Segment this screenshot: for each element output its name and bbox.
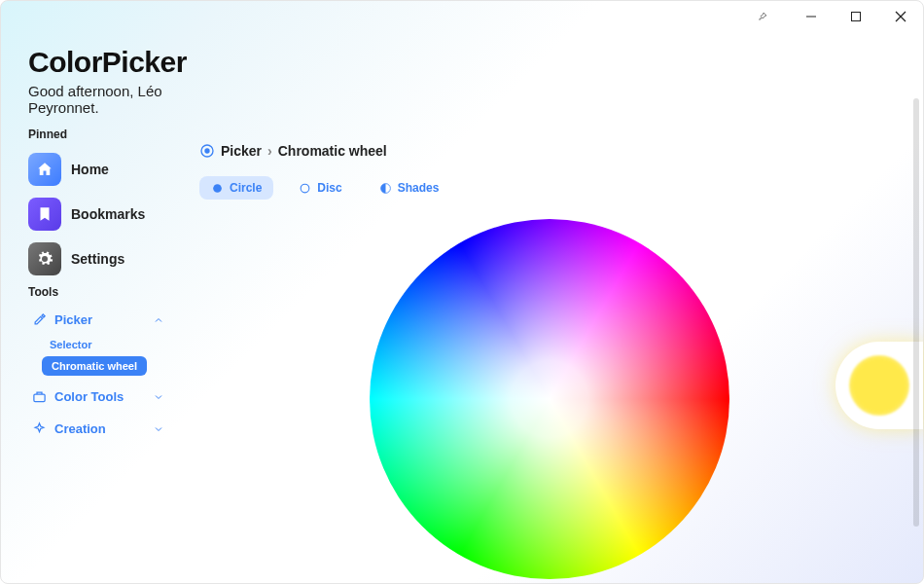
tool-group-creation: Creation — [28, 416, 168, 442]
sidebar-item-settings[interactable]: Settings — [28, 238, 168, 279]
home-icon — [28, 153, 61, 186]
close-icon — [895, 11, 906, 22]
tool-group-picker: Picker Selector Chromatic wheel — [28, 307, 168, 378]
tool-picker-subitems: Selector Chromatic wheel — [28, 335, 168, 378]
sidebar-item-home[interactable]: Home — [28, 149, 168, 190]
tool-label: Color Tools — [54, 389, 145, 404]
content-area: Picker › Chromatic wheel Circle Disc Sha… — [176, 30, 923, 583]
sidebar-item-bookmarks[interactable]: Bookmarks — [28, 194, 168, 235]
pin-icon — [757, 11, 768, 22]
wheel-mode-tabs: Circle Disc Shades — [199, 176, 900, 200]
svg-point-6 — [204, 148, 209, 153]
sidebar: ColorPicker Good afternoon, Léo Peyronne… — [1, 30, 176, 583]
tool-sub-chromatic-wheel[interactable]: Chromatic wheel — [42, 356, 147, 376]
sidebar-item-label: Home — [71, 162, 109, 177]
main-layout: ColorPicker Good afternoon, Léo Peyronne… — [1, 1, 923, 583]
tab-label: Circle — [230, 181, 262, 195]
tools-section-label: Tools — [28, 285, 168, 299]
breadcrumb-root[interactable]: Picker — [221, 143, 262, 159]
bookmark-icon — [28, 198, 61, 231]
swatch-color-preview — [849, 355, 909, 416]
pinned-section-label: Pinned — [28, 128, 168, 141]
sidebar-item-label: Bookmarks — [71, 206, 145, 222]
tool-picker-header[interactable]: Picker — [28, 307, 168, 333]
chevron-down-icon — [153, 423, 164, 435]
shades-icon — [379, 182, 392, 195]
svg-point-8 — [302, 184, 310, 193]
circle-filled-icon — [211, 182, 224, 195]
pin-button[interactable] — [740, 1, 785, 32]
tool-label: Creation — [54, 421, 145, 436]
toolbox-icon — [32, 389, 47, 404]
titlebar — [740, 1, 923, 32]
picker-breadcrumb-icon — [199, 143, 215, 159]
breadcrumb-current: Chromatic wheel — [278, 143, 387, 159]
gear-icon — [28, 242, 61, 275]
svg-rect-4 — [34, 394, 45, 402]
tab-disc[interactable]: Disc — [287, 176, 353, 200]
breadcrumb-separator: › — [267, 143, 272, 159]
tool-sub-selector[interactable]: Selector — [42, 335, 99, 354]
color-wheel[interactable] — [370, 219, 729, 579]
minimize-button[interactable] — [789, 1, 834, 32]
tool-group-color-tools: Color Tools — [28, 383, 168, 410]
tool-label: Picker — [54, 312, 145, 327]
close-button[interactable] — [878, 1, 923, 32]
chevron-down-icon — [153, 391, 164, 403]
maximize-icon — [850, 11, 862, 22]
tab-label: Shades — [398, 181, 440, 195]
tab-circle[interactable]: Circle — [199, 176, 273, 200]
breadcrumb: Picker › Chromatic wheel — [199, 143, 900, 159]
minimize-icon — [805, 11, 817, 22]
color-wheel-container — [199, 219, 900, 579]
chevron-up-icon — [153, 314, 164, 326]
circle-outline-icon — [299, 182, 311, 195]
tool-color-tools-header[interactable]: Color Tools — [28, 383, 168, 410]
eyedropper-icon — [32, 312, 47, 327]
svg-point-7 — [213, 184, 222, 193]
greeting-text: Good afternoon, Léo Peyronnet. — [28, 83, 168, 116]
tab-label: Disc — [317, 181, 341, 195]
tool-creation-header[interactable]: Creation — [28, 416, 168, 442]
sidebar-item-label: Settings — [71, 251, 124, 267]
tab-shades[interactable]: Shades — [368, 176, 451, 200]
app-title: ColorPicker — [28, 46, 168, 79]
vertical-scrollbar[interactable] — [913, 98, 919, 527]
svg-rect-1 — [852, 13, 861, 21]
maximize-button[interactable] — [834, 1, 878, 32]
sparkle-icon — [32, 421, 47, 436]
floating-color-swatch[interactable] — [835, 342, 923, 429]
app-window: ColorPicker Good afternoon, Léo Peyronne… — [0, 0, 924, 584]
